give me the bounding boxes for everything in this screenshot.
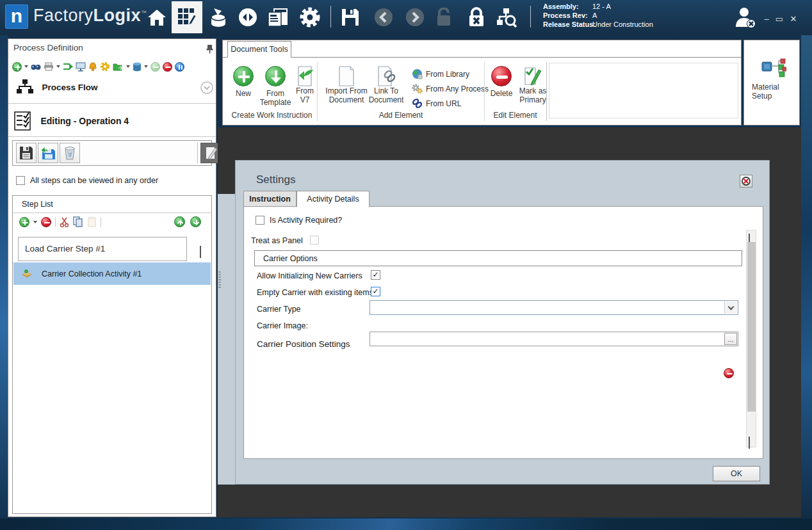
toolbar-separator [55, 217, 56, 227]
print-dropdown-caret[interactable] [56, 65, 60, 68]
tab-instruction[interactable]: Instruction [243, 191, 296, 207]
window-frame-right [801, 35, 812, 518]
move-step-up-button[interactable] [174, 216, 185, 227]
order-checkbox[interactable] [16, 176, 25, 185]
logout-user-button[interactable] [733, 5, 758, 29]
splitter-strip[interactable] [218, 194, 235, 485]
save-button[interactable] [339, 6, 361, 28]
scroll-down-button[interactable] [749, 437, 750, 448]
carrier-image-textbox[interactable]: ... [369, 332, 738, 346]
from-v7-button[interactable]: From V7 [292, 66, 318, 104]
remove-carrier-position-button[interactable] [724, 368, 734, 378]
material-setup-icon [759, 58, 786, 83]
mark-as-primary-label: Mark as Primary [516, 86, 549, 104]
empty-carrier-label: Empty Carrier with existing items [257, 288, 373, 297]
documents-icon [267, 7, 289, 28]
alert-bell-icon[interactable] [88, 62, 97, 72]
carrier-image-browse-button[interactable]: ... [724, 333, 737, 345]
import-from-document-label: Import From Document [321, 86, 372, 104]
step-move-buttons [174, 216, 201, 227]
is-activity-required-row[interactable]: Is Activity Required? [256, 216, 342, 225]
activity-list-item-selected[interactable]: Carrier Collection Activity #1 [13, 262, 211, 285]
save-step-button[interactable] [16, 143, 37, 163]
home-button[interactable] [146, 6, 168, 28]
sync-button[interactable] [237, 6, 259, 28]
add-operation-button[interactable] [12, 62, 22, 72]
mark-as-primary-button[interactable]: Mark as Primary [516, 66, 549, 104]
gear-gold-icon[interactable] [100, 61, 110, 72]
find-icon[interactable] [31, 62, 41, 71]
process-flow-icon [16, 79, 34, 95]
brand-light: Factory [33, 6, 93, 25]
is-activity-required-checkbox[interactable] [256, 216, 264, 225]
collapse-process-flow-button[interactable] [200, 81, 213, 94]
remove-step-button[interactable] [41, 217, 51, 227]
carrier-options-label: Carrier Options [263, 254, 318, 263]
from-library-button[interactable]: From Library [412, 68, 469, 79]
minimize-button[interactable]: – [761, 14, 772, 24]
dialog-close-button[interactable] [740, 175, 752, 188]
splitter-grip[interactable] [218, 271, 221, 288]
print-icon[interactable] [44, 62, 54, 71]
allow-initializing-checkbox-checked[interactable]: ✓ [371, 270, 380, 280]
cut-icon[interactable] [60, 217, 69, 227]
export-folder-icon[interactable] [113, 62, 124, 72]
database-dropdown-caret[interactable] [144, 65, 148, 68]
import-from-document-button[interactable]: Import From Document [321, 66, 372, 104]
back-button[interactable] [373, 6, 394, 28]
maximize-button[interactable]: ▭ [774, 14, 785, 24]
process-search-button[interactable] [496, 6, 517, 28]
group-label-create-work-instruction: Create Work Instruction [227, 111, 317, 120]
from-url-button[interactable]: From URL [412, 98, 461, 109]
close-button[interactable]: ✕ [788, 14, 799, 24]
process-editor-button-active[interactable] [172, 1, 202, 33]
delete-element-button[interactable]: Delete [488, 66, 515, 98]
scrollbar-thumb[interactable] [747, 242, 756, 412]
process-flow-header[interactable]: Process Flow [16, 79, 98, 95]
carrier-activity-icon [21, 269, 33, 279]
carrier-type-combobox[interactable] [369, 300, 738, 315]
settings-dialog: Settings Instruction Activity Details Is… [235, 160, 770, 485]
process-definition-panel: Process Definition Process Flow [8, 38, 216, 517]
documents-button[interactable] [267, 6, 289, 28]
pause-button[interactable] [175, 62, 184, 72]
gear-icon [299, 6, 321, 28]
data-import-button[interactable] [207, 6, 229, 28]
add-dropdown-caret[interactable] [24, 65, 28, 68]
link-to-document-button[interactable]: Link To Document [365, 66, 407, 104]
dialog-scrollbar[interactable] [746, 230, 756, 447]
flowchart-search-icon [496, 7, 517, 28]
move-step-down-button[interactable] [190, 216, 201, 227]
material-setup-button[interactable] [759, 58, 786, 83]
remove-operation-button[interactable] [163, 62, 172, 72]
presentation-icon[interactable] [76, 62, 86, 72]
delete-label: Delete [488, 89, 515, 98]
new-instruction-button[interactable]: New [232, 66, 255, 98]
from-template-button[interactable]: From Template [259, 66, 292, 107]
settings-button[interactable] [299, 6, 321, 28]
export-dropdown-caret[interactable] [126, 65, 130, 68]
forward-button[interactable] [404, 6, 426, 28]
add-step-dropdown-caret[interactable] [33, 221, 37, 223]
tab-document-tools[interactable]: Document Tools [227, 41, 291, 58]
brand-bold: Logix [93, 6, 142, 25]
unlock-button[interactable] [433, 6, 455, 28]
empty-carrier-checkbox-checked[interactable]: ✓ [371, 287, 380, 296]
carrier-type-dropdown-button[interactable] [724, 301, 737, 314]
pin-button[interactable] [206, 44, 214, 54]
from-any-process-button[interactable]: From Any Process [412, 83, 489, 94]
ok-button[interactable]: OK [713, 466, 760, 481]
lock-delete-button[interactable] [466, 6, 487, 28]
import-step-button[interactable] [38, 143, 58, 163]
checklist-icon [13, 111, 33, 131]
delete-step-button[interactable]: 7 [60, 143, 80, 163]
add-step-button[interactable] [19, 217, 29, 227]
reorder-icon[interactable] [63, 62, 73, 71]
copy-icon[interactable] [73, 216, 83, 227]
database-delete-icon[interactable] [133, 62, 142, 72]
tab-activity-details[interactable]: Activity Details [296, 191, 369, 207]
step-name-box[interactable]: Load Carrier Step #1 [18, 237, 187, 261]
order-checkbox-row[interactable]: All steps can be viewed in any order [16, 176, 158, 185]
release-status-value: Under Construction [592, 20, 653, 29]
step-expander[interactable] [200, 246, 201, 257]
